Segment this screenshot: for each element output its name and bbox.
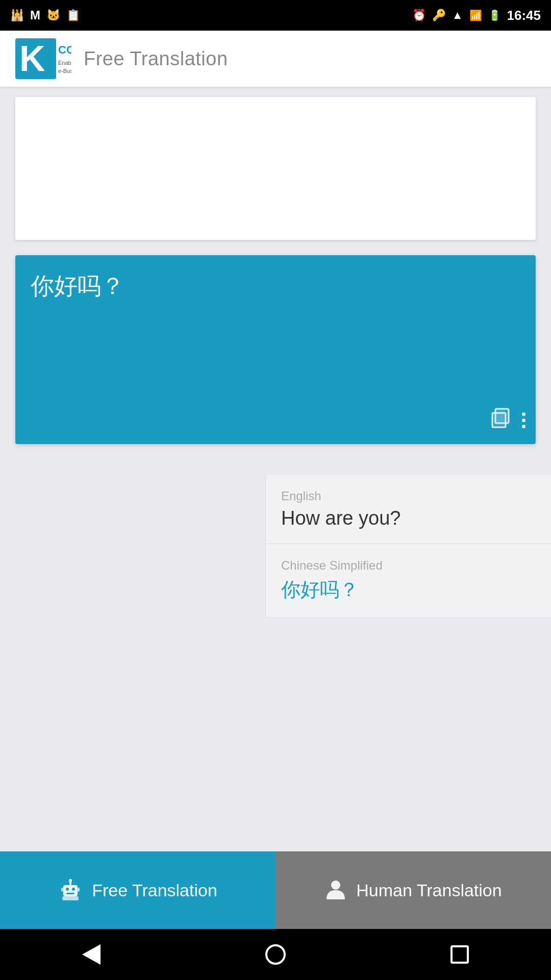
nav-home-button[interactable]: [265, 944, 286, 965]
svg-rect-14: [61, 888, 63, 892]
nav-back-button[interactable]: [82, 944, 101, 965]
chinese-label: Chinese Simplified: [281, 558, 536, 573]
logo: K CCJK Enable Global e-Business: [15, 38, 71, 79]
translated-text: 你好吗？: [15, 255, 536, 302]
bottom-tabs: Free Translation Human Translation: [0, 851, 551, 929]
nav-recents-button[interactable]: [450, 945, 469, 964]
status-bar: 🕌 M 🐱 📋 ⏰ 🔑 ▲ 📶 🔋 16:45: [0, 0, 551, 31]
svg-point-9: [72, 888, 75, 891]
translation-result-card: 你好吗？: [15, 255, 536, 444]
more-options-button[interactable]: [522, 412, 525, 428]
person-icon: [324, 879, 347, 901]
dot1: [522, 412, 525, 416]
key-icon: 🔑: [432, 9, 446, 22]
translation-input[interactable]: [15, 97, 536, 240]
svg-point-12: [69, 879, 72, 882]
dot3: [522, 425, 525, 428]
android-nav-bar: [0, 929, 551, 980]
english-value: How are you?: [281, 507, 536, 529]
status-time: 16:45: [507, 8, 541, 23]
mosque-app-icon: 🕌: [10, 9, 24, 22]
gmail-icon: M: [30, 8, 40, 22]
language-result-english: English How are you?: [266, 475, 551, 544]
svg-text:Enable Global: Enable Global: [58, 60, 71, 66]
svg-point-16: [331, 880, 340, 890]
svg-point-8: [66, 888, 69, 891]
ccjk-logo-svg: K CCJK Enable Global e-Business: [15, 38, 71, 79]
clipboard-app-icon: 📋: [66, 9, 80, 22]
wifi-icon: ▲: [452, 9, 463, 22]
battery-icon: 🔋: [488, 9, 501, 21]
svg-text:CCJK: CCJK: [58, 43, 71, 56]
dot2: [522, 419, 525, 422]
language-result-chinese: Chinese Simplified 你好吗？: [266, 544, 551, 618]
human-translation-label: Human Translation: [356, 880, 502, 900]
copy-button[interactable]: [489, 407, 512, 434]
svg-text:K: K: [19, 39, 45, 79]
svg-rect-13: [62, 896, 79, 900]
english-label: English: [281, 489, 536, 503]
app-bar-title: Free Translation: [84, 48, 228, 70]
robot-icon: [58, 878, 83, 902]
card-actions: [489, 407, 525, 434]
svg-rect-10: [66, 893, 74, 894]
input-section[interactable]: [15, 97, 536, 240]
svg-text:e-Business: e-Business: [58, 68, 71, 74]
cat-app-icon: 🐱: [46, 9, 60, 22]
svg-rect-7: [63, 885, 78, 896]
signal-icon: 📶: [469, 9, 482, 21]
svg-rect-15: [78, 888, 80, 892]
language-results-panel: English How are you? Chinese Simplified …: [265, 475, 551, 618]
free-translation-label: Free Translation: [92, 880, 217, 900]
free-translation-tab[interactable]: Free Translation: [0, 851, 276, 929]
alarm-icon: ⏰: [412, 9, 426, 22]
app-bar: K CCJK Enable Global e-Business Free Tra…: [0, 31, 551, 87]
human-translation-tab[interactable]: Human Translation: [276, 851, 551, 929]
status-bar-right-icons: ⏰ 🔑 ▲ 📶 🔋 16:45: [412, 8, 541, 23]
status-bar-left-icons: 🕌 M 🐱 📋: [10, 8, 80, 22]
chinese-value: 你好吗？: [281, 577, 536, 603]
svg-rect-6: [495, 409, 509, 423]
